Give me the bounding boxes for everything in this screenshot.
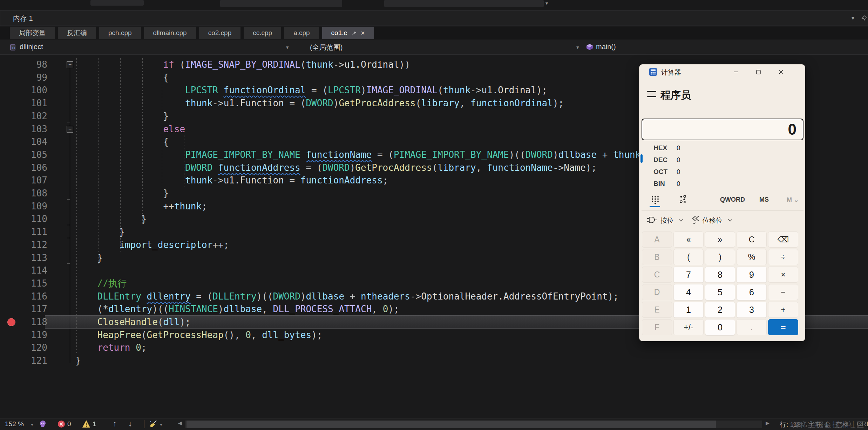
calc-key-subtract[interactable]: − bbox=[768, 284, 798, 300]
calc-key-six[interactable]: 6 bbox=[737, 284, 767, 300]
calc-key-seven[interactable]: 7 bbox=[673, 267, 704, 283]
radix-label: HEX bbox=[653, 144, 667, 152]
line-number: 119 bbox=[0, 329, 47, 342]
minimize-button[interactable] bbox=[728, 67, 744, 77]
scope-dropdown[interactable]: (全局范围) bbox=[310, 43, 343, 52]
full-keypad-icon[interactable] bbox=[651, 195, 660, 204]
scroll-right-arrow[interactable]: ▶ bbox=[766, 420, 769, 426]
code-cleanup-broom-icon[interactable] bbox=[149, 420, 158, 428]
zoom-caret[interactable]: ▾ bbox=[31, 422, 33, 427]
calc-key-divide[interactable]: ÷ bbox=[768, 249, 798, 265]
calc-key-eight[interactable]: 8 bbox=[705, 267, 735, 283]
code-text: } bbox=[75, 226, 125, 238]
radix-row-oct[interactable]: OCT0 bbox=[639, 166, 801, 178]
project-dropdown[interactable]: dllinject bbox=[20, 43, 43, 51]
toolbar-combo-box-2[interactable] bbox=[384, 0, 544, 7]
radix-label: OCT bbox=[653, 168, 667, 176]
calc-key-right-shift[interactable]: » bbox=[705, 231, 735, 248]
bitwise-dropdown[interactable]: 按位 bbox=[660, 216, 674, 225]
line-number: 100 bbox=[0, 84, 47, 97]
tab-a.cpp[interactable]: a.cpp bbox=[284, 27, 319, 39]
calc-key-one[interactable]: 1 bbox=[673, 302, 704, 318]
toolbar-dropdown-caret[interactable]: ▾ bbox=[545, 0, 548, 6]
tab-局部变量[interactable]: 局部变量 bbox=[10, 27, 55, 39]
warning-count[interactable]: 1 bbox=[93, 420, 96, 428]
error-icon[interactable] bbox=[57, 420, 65, 428]
code-text: DWORD functionAddress = (DWORD)GetProcAd… bbox=[75, 161, 597, 174]
fold-collapse-box[interactable]: − bbox=[67, 126, 73, 133]
tab-co2.cpp[interactable]: co2.cpp bbox=[199, 27, 241, 39]
scope-dropdown-caret[interactable]: ▾ bbox=[576, 44, 579, 51]
pin-tab-icon[interactable] bbox=[352, 31, 357, 35]
code-text: LPCSTR functionOrdinal = (LPCSTR)IMAGE_O… bbox=[75, 84, 547, 97]
line-number: 116 bbox=[0, 290, 47, 303]
radix-row-hex[interactable]: HEX0 bbox=[639, 142, 801, 154]
calc-key-two[interactable]: 2 bbox=[705, 302, 735, 318]
memory-store-button[interactable]: MS bbox=[759, 196, 769, 203]
line-number: 105 bbox=[0, 148, 47, 161]
warning-icon[interactable] bbox=[82, 420, 90, 428]
memory-window-titlebar[interactable]: 内存 1 ▾ bbox=[0, 11, 868, 26]
pin-icon[interactable] bbox=[861, 15, 867, 21]
tab-cc.cpp[interactable]: cc.cpp bbox=[244, 27, 281, 39]
close-button[interactable] bbox=[773, 67, 788, 77]
calc-key-clear[interactable]: C bbox=[737, 231, 767, 248]
code-text: } bbox=[75, 187, 169, 200]
calc-key-close-paren[interactable]: ) bbox=[705, 249, 735, 265]
calculator-window[interactable]: 计算器 程序员 0 HEX0DEC0OCT0BIN0 QWORD MS M ⌄ … bbox=[639, 64, 805, 341]
tab-dllmain.cpp[interactable]: dllmain.cpp bbox=[144, 27, 196, 39]
fold-end-tick bbox=[67, 225, 70, 225]
menu-icon[interactable] bbox=[647, 91, 656, 97]
calc-key-five[interactable]: 5 bbox=[705, 284, 735, 300]
zoom-control[interactable]: 152 % bbox=[5, 420, 24, 428]
radix-row-dec[interactable]: DEC0 bbox=[639, 154, 801, 166]
error-count[interactable]: 0 bbox=[67, 420, 71, 428]
calc-key-multiply[interactable]: × bbox=[768, 267, 798, 283]
scrollbar-thumb[interactable] bbox=[187, 421, 716, 428]
indent-guide bbox=[120, 58, 121, 251]
radix-row-bin[interactable]: BIN0 bbox=[639, 178, 801, 190]
calculator-titlebar[interactable]: 计算器 bbox=[639, 65, 805, 79]
calc-key-zero[interactable]: 0 bbox=[705, 319, 735, 335]
calc-key-hex-d: D bbox=[642, 284, 672, 300]
calc-key-three[interactable]: 3 bbox=[737, 302, 767, 318]
code-text: CloseHandle(dll); bbox=[75, 316, 191, 329]
tab-label: dllmain.cpp bbox=[153, 29, 187, 37]
word-size-button[interactable]: QWORD bbox=[720, 196, 745, 203]
close-tab-icon[interactable]: × bbox=[361, 29, 365, 37]
calc-key-equals[interactable]: = bbox=[768, 319, 798, 335]
calc-key-percent[interactable]: % bbox=[737, 249, 767, 265]
next-issue-arrow[interactable]: ↓ bbox=[128, 419, 132, 428]
calc-key-backspace[interactable]: ⌫ bbox=[768, 231, 798, 248]
horizontal-scrollbar[interactable] bbox=[185, 421, 762, 428]
calc-key-add[interactable]: + bbox=[768, 302, 798, 318]
indent-guide bbox=[99, 58, 99, 264]
tab-反汇编[interactable]: 反汇编 bbox=[58, 27, 96, 39]
calc-key-nine[interactable]: 9 bbox=[737, 267, 767, 283]
bit-toggle-keypad-icon[interactable] bbox=[679, 195, 688, 204]
line-number: 115 bbox=[0, 277, 47, 290]
maximize-button[interactable] bbox=[751, 67, 766, 77]
selected-radix-indicator bbox=[640, 154, 643, 163]
memory-dropdown-caret[interactable]: ▾ bbox=[852, 11, 854, 26]
fold-collapse-box[interactable]: − bbox=[67, 61, 73, 68]
project-dropdown-caret[interactable]: ▾ bbox=[286, 44, 289, 51]
suggestion-icon[interactable] bbox=[39, 420, 47, 428]
fold-structure-line bbox=[70, 67, 70, 363]
code-text: HeapFree(GetProcessHeap(), 0, dll_bytes)… bbox=[75, 329, 322, 342]
prev-issue-arrow[interactable]: ↑ bbox=[113, 419, 117, 428]
calc-key-four[interactable]: 4 bbox=[673, 284, 704, 300]
tab-co1.c[interactable]: co1.c× bbox=[322, 27, 374, 39]
cleanup-caret[interactable]: ▾ bbox=[160, 422, 162, 427]
code-text: //执行 bbox=[75, 277, 127, 290]
bitshift-dropdown[interactable]: 位移位 bbox=[703, 216, 723, 225]
calc-key-left-shift[interactable]: « bbox=[673, 231, 704, 248]
toolbar-combo-box[interactable] bbox=[220, 0, 342, 7]
calculator-app-icon bbox=[649, 68, 657, 76]
scroll-left-arrow[interactable]: ◀ bbox=[178, 420, 182, 426]
calc-key-negate[interactable]: +/- bbox=[673, 319, 704, 335]
code-line-121: 121} bbox=[0, 354, 868, 367]
symbol-dropdown[interactable]: main() bbox=[596, 43, 616, 51]
calc-key-open-paren[interactable]: ( bbox=[673, 249, 704, 265]
tab-pch.cpp[interactable]: pch.cpp bbox=[99, 27, 141, 39]
